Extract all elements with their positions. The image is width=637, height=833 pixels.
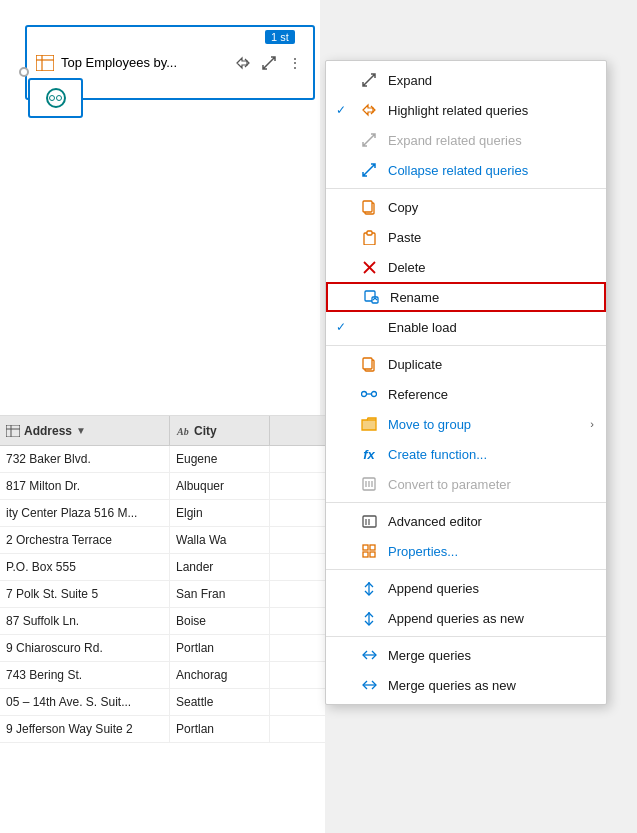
- cell-city: Boise: [170, 608, 270, 634]
- menu-item-enable-load[interactable]: ✓Enable load: [326, 312, 606, 342]
- menu-separator: [326, 569, 606, 570]
- menu-separator: [326, 345, 606, 346]
- cell-city: Albuquer: [170, 473, 270, 499]
- menu-separator: [326, 636, 606, 637]
- svg-rect-3: [6, 425, 20, 437]
- menu-item-create-function[interactable]: fxCreate function...: [326, 439, 606, 469]
- context-menu: Expand✓Highlight related queriesExpand r…: [325, 60, 607, 705]
- table-row: ity Center Plaza 516 M...Elgin: [0, 500, 325, 527]
- menu-icon-properties: [360, 542, 378, 560]
- menu-label-rename: Rename: [390, 290, 592, 305]
- menu-label-highlight: Highlight related queries: [388, 103, 594, 118]
- cell-address: 9 Chiaroscuro Rd.: [0, 635, 170, 661]
- header-address: Address ▼: [0, 416, 170, 445]
- menu-icon-reference: [360, 385, 378, 403]
- menu-item-delete[interactable]: Delete: [326, 252, 606, 282]
- menu-item-copy[interactable]: Copy: [326, 192, 606, 222]
- share-icon[interactable]: [233, 53, 253, 73]
- table-row: 9 Jefferson Way Suite 2Portlan: [0, 716, 325, 743]
- cell-city: Seattle: [170, 689, 270, 715]
- table-row: 05 – 14th Ave. S. Suit...Seattle: [0, 689, 325, 716]
- menu-item-append-queries-new[interactable]: Append queries as new: [326, 603, 606, 633]
- header-city: Ab City: [170, 416, 270, 445]
- cell-address: 87 Suffolk Ln.: [0, 608, 170, 634]
- svg-rect-10: [367, 231, 372, 235]
- menu-icon-expand-related: [360, 131, 378, 149]
- svg-rect-16: [363, 358, 372, 369]
- svg-point-17: [362, 392, 367, 397]
- query-table-icon: [35, 53, 55, 73]
- menu-icon-rename: [362, 288, 380, 306]
- menu-item-merge-queries[interactable]: Merge queries: [326, 640, 606, 670]
- cell-city: Walla Wa: [170, 527, 270, 553]
- menu-item-expand[interactable]: Expand: [326, 65, 606, 95]
- cell-address: 817 Milton Dr.: [0, 473, 170, 499]
- address-dropdown-icon[interactable]: ▼: [76, 425, 86, 436]
- menu-label-duplicate: Duplicate: [388, 357, 594, 372]
- menu-item-paste[interactable]: Paste: [326, 222, 606, 252]
- menu-item-advanced-editor[interactable]: Advanced editor: [326, 506, 606, 536]
- menu-item-move-to-group[interactable]: Move to group›: [326, 409, 606, 439]
- menu-icon-merge-queries: [360, 646, 378, 664]
- svg-rect-8: [363, 201, 372, 212]
- menu-item-reference[interactable]: Reference: [326, 379, 606, 409]
- menu-label-append-queries: Append queries: [388, 581, 594, 596]
- inner-circle-right: [56, 95, 62, 101]
- menu-item-collapse-related[interactable]: Collapse related queries: [326, 155, 606, 185]
- table-row: 7 Polk St. Suite 5San Fran: [0, 581, 325, 608]
- table-row: 87 Suffolk Ln.Boise: [0, 608, 325, 635]
- data-table: Address ▼ Ab City 732 Baker Blvd.Eugene8…: [0, 415, 325, 833]
- menu-item-convert-parameter: Convert to parameter: [326, 469, 606, 499]
- menu-icon-highlight: [360, 101, 378, 119]
- query-title: Top Employees by...: [61, 55, 177, 70]
- menu-checkmark-enable-load: ✓: [336, 320, 350, 334]
- menu-item-properties[interactable]: Properties...: [326, 536, 606, 566]
- menu-label-append-queries-new: Append queries as new: [388, 611, 594, 626]
- inner-circle-left: [49, 95, 55, 101]
- menu-icon-move-to-group: [360, 415, 378, 433]
- menu-item-merge-queries-new[interactable]: Merge queries as new: [326, 670, 606, 700]
- menu-icon-expand: [360, 71, 378, 89]
- table-header-row: Address ▼ Ab City: [0, 416, 325, 446]
- menu-item-rename[interactable]: Rename: [326, 282, 606, 312]
- svg-rect-28: [370, 545, 375, 550]
- table-row: 2 Orchestra TerraceWalla Wa: [0, 527, 325, 554]
- menu-icon-copy: [360, 198, 378, 216]
- cell-address: 7 Polk St. Suite 5: [0, 581, 170, 607]
- menu-label-merge-queries: Merge queries: [388, 648, 594, 663]
- cell-city: Eugene: [170, 446, 270, 472]
- svg-rect-29: [363, 552, 368, 557]
- menu-item-duplicate[interactable]: Duplicate: [326, 349, 606, 379]
- menu-label-paste: Paste: [388, 230, 594, 245]
- menu-icon-delete: [360, 258, 378, 276]
- table-body: 732 Baker Blvd.Eugene817 Milton Dr.Albuq…: [0, 446, 325, 743]
- menu-label-expand-related: Expand related queries: [388, 133, 594, 148]
- query-sub-card[interactable]: [28, 78, 83, 118]
- menu-icon-collapse-related: [360, 161, 378, 179]
- svg-rect-0: [36, 55, 54, 71]
- menu-item-highlight[interactable]: ✓Highlight related queries: [326, 95, 606, 125]
- menu-label-advanced-editor: Advanced editor: [388, 514, 594, 529]
- cell-city: Anchorag: [170, 662, 270, 688]
- menu-submenu-arrow-move-to-group: ›: [590, 418, 594, 430]
- expand-icon[interactable]: [259, 53, 279, 73]
- table-row: 817 Milton Dr.Albuquer: [0, 473, 325, 500]
- menu-label-reference: Reference: [388, 387, 594, 402]
- menu-label-collapse-related: Collapse related queries: [388, 163, 594, 178]
- cell-address: 05 – 14th Ave. S. Suit...: [0, 689, 170, 715]
- menu-icon-append-queries-new: [360, 609, 378, 627]
- table-row: 743 Bering St.Anchorag: [0, 662, 325, 689]
- menu-separator: [326, 502, 606, 503]
- menu-icon-convert-parameter: [360, 475, 378, 493]
- menu-item-append-queries[interactable]: Append queries: [326, 573, 606, 603]
- more-icon[interactable]: ⋮: [285, 53, 305, 73]
- query-card-title: Top Employees by...: [35, 53, 225, 73]
- table-row: 732 Baker Blvd.Eugene: [0, 446, 325, 473]
- cell-city: San Fran: [170, 581, 270, 607]
- connector-dot: [19, 67, 29, 77]
- query-card-actions: ⋮: [233, 53, 305, 73]
- menu-icon-enable-load: [360, 318, 378, 336]
- cell-address: 9 Jefferson Way Suite 2: [0, 716, 170, 742]
- menu-label-enable-load: Enable load: [388, 320, 594, 335]
- cell-city: Elgin: [170, 500, 270, 526]
